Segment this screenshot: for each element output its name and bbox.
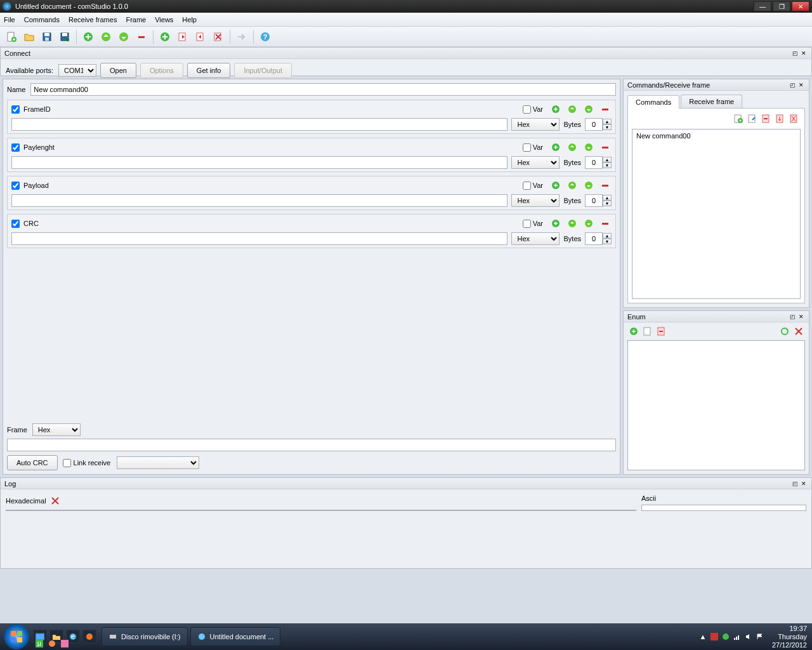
list-item[interactable]: New command00 <box>634 131 799 141</box>
save-icon[interactable] <box>39 29 55 44</box>
menu-receive-frames[interactable]: Receive frames <box>69 16 117 23</box>
field-add-icon[interactable] <box>549 141 562 154</box>
auto-crc-button[interactable]: Auto CRC <box>7 455 58 470</box>
tray-flag-icon[interactable] <box>756 632 764 641</box>
taskbar-app-comstudio[interactable]: Untitled document ... <box>190 627 281 646</box>
delete-frame-icon[interactable] <box>211 29 226 44</box>
menu-views[interactable]: Views <box>155 16 173 23</box>
menu-frame[interactable]: Frame <box>126 16 146 23</box>
tray-icon[interactable] <box>721 632 730 641</box>
tab-receive-frame[interactable]: Receive frame <box>681 95 742 108</box>
name-input[interactable] <box>30 83 616 96</box>
add-icon[interactable] <box>81 29 96 44</box>
help-icon[interactable]: ? <box>258 29 273 44</box>
field-format-select[interactable]: Hex <box>511 194 560 207</box>
cmd-remove-icon[interactable] <box>760 112 773 125</box>
panel-float-icon[interactable]: ◰ <box>789 81 796 89</box>
add-frame-icon[interactable] <box>157 29 173 44</box>
panel-float-icon[interactable]: ◰ <box>791 480 799 488</box>
panel-close-icon[interactable]: ✕ <box>800 50 808 57</box>
field-down-icon[interactable] <box>582 217 595 230</box>
new-doc-icon[interactable] <box>4 29 19 44</box>
field-enable-check[interactable] <box>11 143 20 152</box>
enum-listbox[interactable] <box>627 340 805 470</box>
save-as-icon[interactable] <box>57 29 72 44</box>
tray-small-icon[interactable] <box>47 639 57 649</box>
field-format-select[interactable]: Hex <box>511 118 560 131</box>
field-add-icon[interactable] <box>549 103 562 116</box>
field-up-icon[interactable] <box>566 141 579 154</box>
field-value-input[interactable] <box>11 118 508 131</box>
tray-network-icon[interactable] <box>733 632 742 641</box>
open-doc-icon[interactable] <box>22 29 37 44</box>
tray-icon[interactable]: ▲ <box>698 632 707 641</box>
cmd-export-icon[interactable] <box>774 112 787 125</box>
var-check[interactable]: Var <box>523 143 543 152</box>
field-format-select[interactable]: Hex <box>511 156 560 169</box>
link-receive-check[interactable]: Link receive <box>63 459 111 467</box>
remove-icon[interactable] <box>134 29 149 44</box>
port-select[interactable]: COM1 <box>58 64 96 77</box>
var-check[interactable]: Var <box>523 105 543 114</box>
cmd-copy-icon[interactable] <box>746 112 759 125</box>
field-remove-icon[interactable] <box>599 103 612 116</box>
taskbar-clock[interactable]: 19:37 Thursday 27/12/2012 <box>772 625 807 649</box>
panel-close-icon[interactable]: ✕ <box>800 480 808 488</box>
tray-small-icon[interactable]: µ <box>34 639 44 649</box>
field-up-icon[interactable] <box>566 217 579 230</box>
options-button[interactable]: Options <box>140 63 183 78</box>
tray-icon[interactable] <box>710 632 719 641</box>
frame-format-select[interactable]: Hex <box>32 423 81 436</box>
move-up-icon[interactable] <box>98 29 114 44</box>
enum-delete-icon[interactable] <box>792 325 805 338</box>
field-up-icon[interactable] <box>566 103 579 116</box>
field-down-icon[interactable] <box>582 103 595 116</box>
tray-small-icon[interactable] <box>60 639 70 649</box>
field-add-icon[interactable] <box>549 217 562 230</box>
input-output-button[interactable]: Input/Output <box>234 63 292 78</box>
menu-file[interactable]: File <box>4 16 15 23</box>
panel-close-icon[interactable]: ✕ <box>797 81 805 89</box>
field-down-icon[interactable] <box>582 141 595 154</box>
field-remove-icon[interactable] <box>599 179 612 192</box>
ascii-log-box[interactable] <box>641 505 806 511</box>
maximize-button[interactable]: ❐ <box>773 1 790 11</box>
bytes-spinner[interactable]: ▲▼ <box>585 118 612 131</box>
panel-float-icon[interactable]: ◰ <box>791 50 799 57</box>
start-button[interactable] <box>4 624 29 649</box>
field-value-input[interactable] <box>11 194 508 207</box>
get-info-button[interactable]: Get info <box>187 63 231 78</box>
send-icon[interactable] <box>234 29 249 44</box>
enum-remove-icon[interactable] <box>655 325 668 338</box>
move-down-icon[interactable] <box>116 29 131 44</box>
minimize-button[interactable]: — <box>754 1 771 11</box>
menu-help[interactable]: Help <box>182 16 197 23</box>
enum-refresh-icon[interactable] <box>778 325 791 338</box>
tab-commands[interactable]: Commands <box>627 95 679 109</box>
field-remove-icon[interactable] <box>599 217 612 230</box>
cmd-delete-icon[interactable] <box>788 112 801 125</box>
taskbar-firefox-icon[interactable] <box>82 630 96 644</box>
bytes-spinner[interactable]: ▲▼ <box>585 232 612 245</box>
import-icon[interactable] <box>175 29 190 44</box>
frame-value-input[interactable] <box>7 439 616 451</box>
menu-commands[interactable]: Commands <box>24 16 60 23</box>
field-enable-check[interactable] <box>11 182 20 190</box>
close-button[interactable]: ✕ <box>792 1 809 11</box>
tray-volume-icon[interactable] <box>744 632 753 641</box>
field-format-select[interactable]: Hex <box>511 232 560 245</box>
taskbar-app-disco[interactable]: Disco rimovibile (I:) <box>102 627 188 646</box>
enum-add-icon[interactable] <box>627 325 640 338</box>
cmd-add-icon[interactable] <box>732 112 745 125</box>
field-remove-icon[interactable] <box>599 141 612 154</box>
link-receive-select[interactable] <box>117 456 199 469</box>
panel-float-icon[interactable]: ◰ <box>789 313 796 321</box>
field-add-icon[interactable] <box>549 179 562 192</box>
field-down-icon[interactable] <box>582 179 595 192</box>
var-check[interactable]: Var <box>523 182 543 190</box>
bytes-spinner[interactable]: ▲▼ <box>585 194 612 207</box>
export-icon[interactable] <box>193 29 208 44</box>
field-value-input[interactable] <box>11 232 508 245</box>
field-up-icon[interactable] <box>566 179 579 192</box>
panel-close-icon[interactable]: ✕ <box>797 313 805 321</box>
